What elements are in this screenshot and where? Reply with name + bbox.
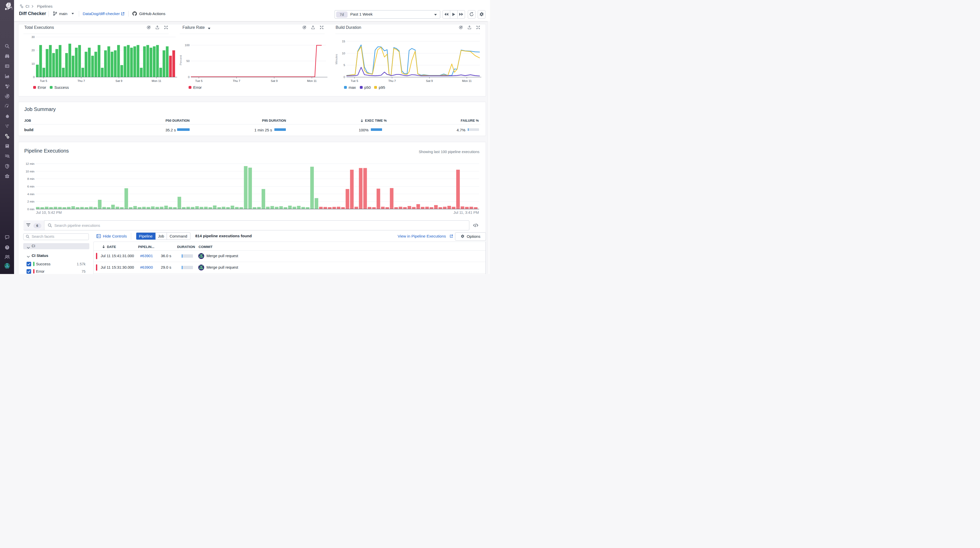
svg-text:Jul 11, 3:41 PM: Jul 11, 3:41 PM <box>453 210 479 214</box>
svg-text:Jul 10, 5:42 PM: Jul 10, 5:42 PM <box>36 210 62 214</box>
svg-text:0 min: 0 min <box>27 208 35 211</box>
svg-text:8 min: 8 min <box>27 177 35 180</box>
svg-text:4 min: 4 min <box>27 192 35 196</box>
svg-text:10 min: 10 min <box>25 170 35 173</box>
svg-text:2 min: 2 min <box>27 200 35 203</box>
svg-text:6 min: 6 min <box>27 185 35 188</box>
svg-text:12 min: 12 min <box>25 162 35 165</box>
